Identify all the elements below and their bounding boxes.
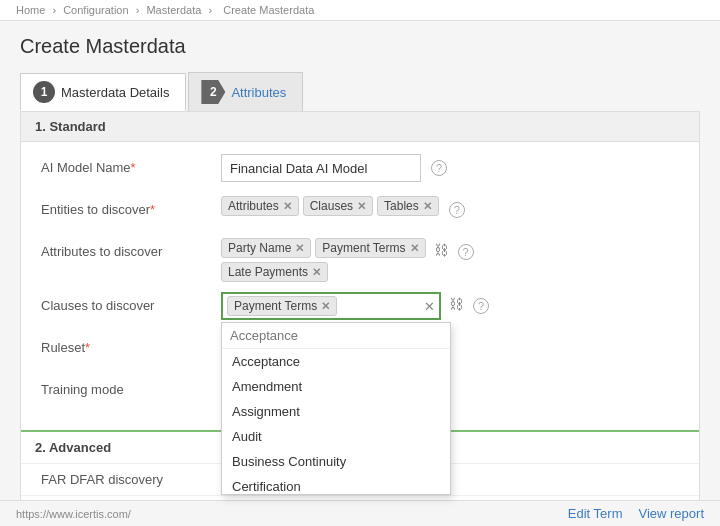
entity-tag-tables: Tables ✕ (377, 196, 439, 216)
remove-tables-tag[interactable]: ✕ (423, 200, 432, 213)
ai-model-name-row: AI Model Name* ? (41, 154, 679, 186)
dropdown-item-acceptance[interactable]: Acceptance (222, 349, 450, 374)
ai-model-name-label: AI Model Name* (41, 154, 221, 175)
tab2-label: Attributes (231, 85, 286, 100)
dropdown-item-amendment[interactable]: Amendment (222, 374, 450, 399)
tab2-arrow: 2 (201, 80, 225, 104)
ai-model-name-input[interactable] (221, 154, 421, 182)
entities-tags-row: Attributes ✕ Clauses ✕ Tables ✕ (221, 196, 439, 216)
breadcrumb-masterdata[interactable]: Masterdata (146, 4, 201, 16)
entities-discover-control: Attributes ✕ Clauses ✕ Tables ✕ ? (221, 196, 679, 218)
clauses-link-icon[interactable]: ⛓ (449, 296, 463, 312)
breadcrumb-configuration[interactable]: Configuration (63, 4, 128, 16)
attributes-tags-row: Party Name ✕ Payment Terms ✕ (221, 238, 426, 258)
training-mode-label: Training mode (41, 376, 221, 397)
clauses-discover-row: Clauses to discover Payment Terms ✕ ✕ (41, 292, 679, 324)
clauses-dropdown-trigger[interactable]: Payment Terms ✕ ✕ (221, 292, 441, 320)
entity-tag-attributes: Attributes ✕ (221, 196, 299, 216)
breadcrumb-home[interactable]: Home (16, 4, 45, 16)
remove-attributes-tag[interactable]: ✕ (283, 200, 292, 213)
attributes-help-icon[interactable]: ? (458, 244, 474, 260)
clauses-search-input[interactable] (222, 323, 450, 349)
attributes-link-icon[interactable]: ⛓ (434, 242, 448, 258)
tabs-row: 1 Masterdata Details 2 Attributes (20, 72, 700, 111)
attributes-tags-row2: Late Payments ✕ (221, 262, 426, 282)
attr-tag-paymentterms: Payment Terms ✕ (315, 238, 425, 258)
dropdown-item-certification[interactable]: Certification (222, 474, 450, 494)
clauses-discover-control: Payment Terms ✕ ✕ Acceptance Amendment A… (221, 292, 679, 320)
bottom-url[interactable]: https://www.icertis.com/ (16, 508, 131, 520)
tab-masterdata-details[interactable]: 1 Masterdata Details (20, 73, 186, 111)
breadcrumb-current: Create Masterdata (223, 4, 314, 16)
tab1-label: Masterdata Details (61, 85, 169, 100)
entity-tag-clauses: Clauses ✕ (303, 196, 373, 216)
ai-model-name-help-icon[interactable]: ? (431, 160, 447, 176)
breadcrumb: Home › Configuration › Masterdata › Crea… (0, 0, 720, 21)
remove-clauses-tag[interactable]: ✕ (357, 200, 366, 213)
bottom-actions: Edit Term View report (568, 506, 704, 521)
attr-tag-partyname: Party Name ✕ (221, 238, 311, 258)
dropdown-item-business-continuity[interactable]: Business Continuity (222, 449, 450, 474)
clauses-dropdown-list: Acceptance Amendment Assignment Audit Bu… (221, 322, 451, 495)
view-report-button[interactable]: View report (638, 506, 704, 521)
clauses-help-icon[interactable]: ? (473, 298, 489, 314)
section-card: 1. Standard AI Model Name* ? Entities to… (20, 111, 700, 526)
far-dfar-label: FAR DFAR discovery (41, 472, 221, 487)
clauses-dropdown-scroll[interactable]: Acceptance Amendment Assignment Audit Bu… (222, 349, 450, 494)
tab1-number: 1 (33, 81, 55, 103)
entities-discover-label: Entities to discover* (41, 196, 221, 217)
attr-tag-latepayments: Late Payments ✕ (221, 262, 328, 282)
form-body: AI Model Name* ? Entities to discover* A… (21, 142, 699, 430)
dropdown-item-audit[interactable]: Audit (222, 424, 450, 449)
edit-term-button[interactable]: Edit Term (568, 506, 623, 521)
attributes-discover-label: Attributes to discover (41, 238, 221, 259)
page-title: Create Masterdata (20, 35, 700, 58)
tab-attributes[interactable]: 2 Attributes (188, 72, 303, 111)
ruleset-label: Ruleset* (41, 334, 221, 355)
remove-paymentterms-tag[interactable]: ✕ (410, 242, 419, 255)
clauses-discover-label: Clauses to discover (41, 292, 221, 313)
clauses-dropdown-wrapper: Payment Terms ✕ ✕ Acceptance Amendment A… (221, 292, 441, 320)
remove-paymentterms-clause-tag[interactable]: ✕ (321, 300, 330, 313)
dropdown-clear-icon[interactable]: ✕ (424, 299, 435, 314)
entities-help-icon[interactable]: ? (449, 202, 465, 218)
remove-latepayments-tag[interactable]: ✕ (312, 266, 321, 279)
section1-header: 1. Standard (21, 112, 699, 142)
dropdown-item-assignment[interactable]: Assignment (222, 399, 450, 424)
ai-model-name-control: ? (221, 154, 679, 182)
attributes-discover-row: Attributes to discover Party Name ✕ Paym… (41, 238, 679, 282)
clause-selected-tag: Payment Terms ✕ (227, 296, 337, 316)
bottom-bar: https://www.icertis.com/ Edit Term View … (0, 500, 720, 526)
remove-partyname-tag[interactable]: ✕ (295, 242, 304, 255)
attributes-discover-control: Party Name ✕ Payment Terms ✕ Late Paymen… (221, 238, 679, 282)
entities-discover-row: Entities to discover* Attributes ✕ Claus… (41, 196, 679, 228)
